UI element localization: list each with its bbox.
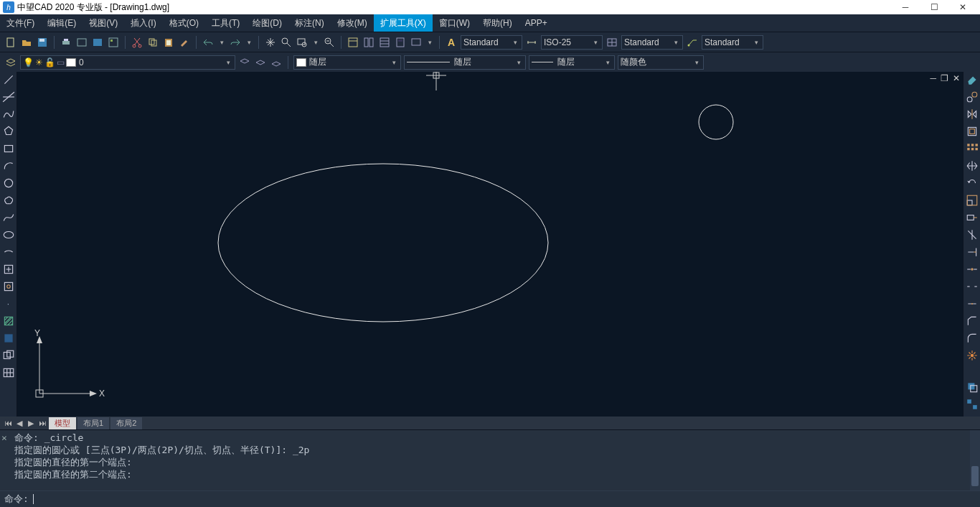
extend-icon[interactable]: [966, 246, 979, 259]
undo-dropdown[interactable]: ▾: [217, 39, 226, 46]
color-select[interactable]: 随层▾: [293, 55, 401, 70]
menu-modify[interactable]: 修改(M): [331, 14, 374, 32]
publish-icon[interactable]: [91, 36, 104, 49]
layer-iso-icon[interactable]: [270, 56, 283, 69]
copy-icon[interactable]: [146, 36, 159, 49]
join-icon[interactable]: [966, 297, 979, 310]
tab-layout2[interactable]: 布局2: [110, 417, 142, 429]
stretch-icon[interactable]: [966, 211, 979, 224]
fillet-icon[interactable]: [966, 332, 979, 345]
tab-next-icon[interactable]: ▶: [26, 419, 36, 428]
menu-edit[interactable]: 编辑(E): [41, 14, 83, 32]
table-style-select[interactable]: Standard▾: [621, 35, 683, 50]
hatch-icon[interactable]: [2, 315, 15, 327]
multileader-style-select[interactable]: Standard▾: [702, 35, 763, 50]
menu-window[interactable]: 窗口(W): [433, 14, 476, 32]
explode-icon[interactable]: [966, 349, 979, 362]
close-button[interactable]: ✕: [948, 0, 977, 14]
new-file-icon[interactable]: [4, 36, 17, 49]
menu-help[interactable]: 帮助(H): [476, 14, 519, 32]
menu-extend-tools[interactable]: 扩展工具(X): [374, 14, 433, 32]
menu-draw[interactable]: 绘图(D): [246, 14, 288, 32]
trim-icon[interactable]: [966, 228, 979, 241]
chamfer-icon[interactable]: [966, 315, 979, 327]
zoom-window-icon[interactable]: [296, 36, 308, 49]
circle-icon[interactable]: [2, 177, 15, 190]
calculator-icon[interactable]: [394, 36, 407, 49]
rotate-icon[interactable]: [966, 177, 979, 190]
cut-icon[interactable]: [131, 36, 143, 49]
open-file-icon[interactable]: [20, 36, 33, 49]
spline-icon[interactable]: [2, 211, 15, 224]
make-block-icon[interactable]: [2, 280, 15, 293]
plotstyle-select[interactable]: 随颜色▾: [618, 55, 704, 70]
tab-last-icon[interactable]: ⏭: [37, 419, 47, 427]
command-input-row[interactable]: 命令:: [0, 490, 980, 507]
undo-icon[interactable]: [202, 36, 215, 49]
ellipse-arc-icon[interactable]: [2, 246, 15, 259]
layer-select[interactable]: 💡 ☀ 🔓 ▭ 0 ▾: [20, 55, 235, 70]
copy-obj-icon[interactable]: [966, 90, 979, 103]
tab-first-icon[interactable]: ⏮: [3, 419, 13, 427]
layer-manager-icon[interactable]: [4, 56, 17, 69]
mirror-icon[interactable]: [966, 108, 979, 121]
multileader-style-icon[interactable]: [686, 36, 699, 49]
zoom-realtime-icon[interactable]: [280, 36, 293, 49]
menu-file[interactable]: 文件(F): [0, 14, 41, 32]
text-style-select[interactable]: Standard▾: [461, 35, 522, 50]
table-style-icon[interactable]: [606, 36, 618, 49]
clean-screen-icon[interactable]: [410, 36, 423, 49]
draworder-icon[interactable]: [966, 381, 979, 394]
menu-insert[interactable]: 插入(I): [124, 14, 162, 32]
cmd-close-icon[interactable]: ×: [1, 432, 7, 444]
array-icon[interactable]: [966, 142, 979, 155]
drawing-canvas[interactable]: ─ ❐ ✕ Y X: [17, 72, 963, 417]
save-icon[interactable]: [36, 36, 49, 49]
arc-icon[interactable]: [2, 159, 15, 172]
lineweight-select[interactable]: 随层▾: [529, 55, 615, 70]
redo-icon[interactable]: [229, 36, 242, 49]
gradient-icon[interactable]: [2, 332, 15, 345]
xline-icon[interactable]: [2, 90, 15, 103]
pan-icon[interactable]: [264, 36, 277, 49]
minimize-button[interactable]: ─: [891, 0, 920, 14]
dim-style-icon[interactable]: [525, 36, 538, 49]
properties-icon[interactable]: [347, 36, 359, 49]
text-style-icon[interactable]: A: [445, 36, 458, 49]
linetype-select[interactable]: 随层▾: [404, 55, 526, 70]
cmd-scrollbar[interactable]: [970, 430, 980, 490]
print-icon[interactable]: [60, 36, 72, 49]
menu-format[interactable]: 格式(O): [163, 14, 205, 32]
table-icon[interactable]: [2, 366, 15, 379]
insert-block-icon[interactable]: [2, 263, 15, 276]
redo-dropdown[interactable]: ▾: [245, 39, 253, 46]
layer-state-icon[interactable]: [254, 56, 267, 69]
line-icon[interactable]: [2, 73, 15, 86]
menu-appplus[interactable]: APP+: [519, 14, 554, 32]
tab-prev-icon[interactable]: ◀: [14, 419, 24, 428]
command-history[interactable]: × 命令: _circle 指定圆的圆心或 [三点(3P)/两点(2P)/切点、…: [0, 430, 980, 490]
design-center-icon[interactable]: [362, 36, 375, 49]
erase-icon[interactable]: [966, 73, 979, 86]
layer-previous-icon[interactable]: [238, 56, 251, 69]
break-at-point-icon[interactable]: [966, 263, 979, 276]
plot-styles-icon[interactable]: [107, 36, 120, 49]
menu-tools[interactable]: 工具(T): [205, 14, 246, 32]
polyline-icon[interactable]: [2, 108, 15, 121]
revcloud-icon[interactable]: [2, 194, 15, 207]
ellipse-icon[interactable]: [2, 228, 15, 241]
point-icon[interactable]: ·: [2, 297, 15, 310]
break-icon[interactable]: [966, 280, 979, 293]
zoom-dropdown[interactable]: ▾: [311, 39, 320, 46]
select-similar-icon[interactable]: [966, 398, 979, 411]
menu-view[interactable]: 视图(V): [83, 14, 124, 32]
zoom-previous-icon[interactable]: [323, 36, 336, 49]
region-icon[interactable]: [2, 349, 15, 362]
maximize-button[interactable]: ☐: [920, 0, 948, 14]
menu-dimension[interactable]: 标注(N): [288, 14, 331, 32]
paste-icon[interactable]: [162, 36, 175, 49]
workspace-dropdown[interactable]: ▾: [425, 39, 434, 46]
tool-palettes-icon[interactable]: [378, 36, 391, 49]
print-preview-icon[interactable]: [75, 36, 88, 49]
match-properties-icon[interactable]: [178, 36, 191, 49]
